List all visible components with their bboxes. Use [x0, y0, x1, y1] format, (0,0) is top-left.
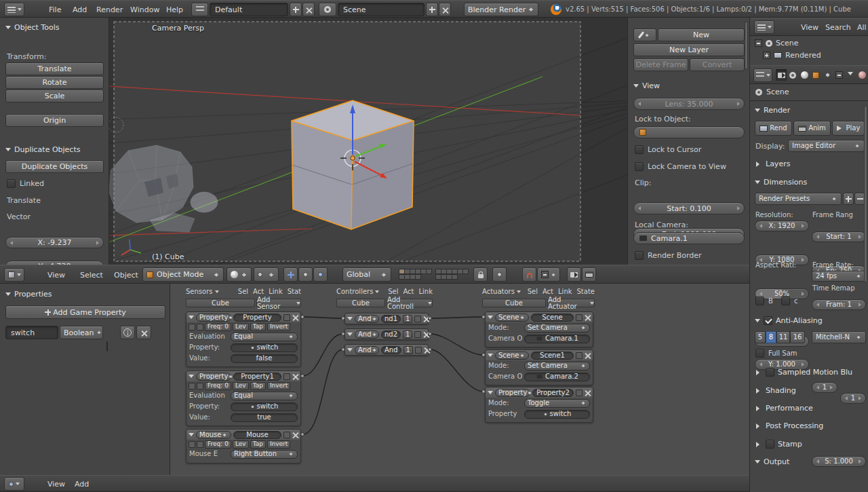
properties-scrollbar[interactable]	[864, 106, 867, 282]
lock-to-cursor-checkbox[interactable]: Lock to Cursor	[635, 145, 701, 154]
menu-render[interactable]: Render	[96, 6, 123, 14]
menu-file[interactable]: File	[49, 6, 61, 14]
mode-select[interactable]: Toggle	[524, 399, 590, 408]
editor-type-button-info[interactable]	[4, 3, 24, 16]
pulse-false-icon[interactable]	[197, 383, 203, 390]
delete-frame-button[interactable]: Delete Frame	[633, 58, 688, 71]
outliner-menu-search[interactable]: Search	[825, 24, 851, 31]
controller-block-and1[interactable]: And nd1 1	[344, 313, 429, 324]
pin-icon[interactable]	[576, 390, 583, 396]
pin-icon[interactable]	[576, 314, 583, 321]
delete-controller-button[interactable]	[423, 316, 426, 322]
delete-actuator-button[interactable]	[585, 352, 591, 358]
add-game-property-button[interactable]: Add Game Property	[5, 305, 165, 319]
remap-old-field[interactable]: 1	[812, 382, 837, 393]
display-select[interactable]: Image Editor	[788, 140, 865, 152]
tab-constraints[interactable]	[822, 69, 833, 81]
mouse-event-select[interactable]: Right Button	[231, 450, 298, 459]
proportional-edit-toggle[interactable]	[492, 267, 507, 282]
grease-pencil-brush-button[interactable]	[633, 29, 656, 41]
add-controller-button[interactable]: Add Controll	[387, 299, 433, 307]
mode-select[interactable]: Set Camera	[524, 362, 590, 371]
sensors-link-toggle[interactable]: Link	[269, 288, 282, 295]
controllers-sel-toggle[interactable]: Sel	[388, 288, 398, 295]
delete-actuator-button[interactable]	[585, 390, 591, 396]
convert-button[interactable]: Convert	[690, 58, 745, 71]
delete-sensor-button[interactable]	[292, 314, 298, 320]
linked-checkbox[interactable]: Linked	[7, 179, 44, 188]
collapse-icon[interactable]	[189, 433, 194, 439]
scene-browse-button[interactable]	[319, 3, 336, 16]
sensor-name-field[interactable]: Property	[233, 314, 281, 322]
pin-icon[interactable]	[283, 373, 290, 380]
sensors-owner-button[interactable]: Cube	[186, 299, 255, 307]
actuators-owner-button[interactable]: Cube	[482, 299, 546, 307]
collapse-box-icon[interactable]	[755, 39, 762, 47]
property-debug-button[interactable]	[120, 326, 135, 339]
actuator-type-menu[interactable]: Scene	[495, 314, 529, 322]
view3d-menu-object[interactable]: Object	[114, 271, 138, 279]
properties-panel-header[interactable]: Properties	[0, 284, 170, 299]
shading-panel-header[interactable]: Shading	[755, 387, 796, 394]
delete-controller-button[interactable]	[423, 331, 426, 337]
expand-box-icon[interactable]	[763, 52, 770, 59]
tab-data[interactable]	[845, 69, 856, 81]
add-sensor-button[interactable]: Add Sensor	[256, 299, 301, 307]
tap-toggle[interactable]: Tap	[250, 323, 266, 331]
delete-screen-button[interactable]	[302, 3, 315, 16]
object-tools-panel-header[interactable]: Object Tools	[0, 18, 108, 32]
lens-field[interactable]: Lens: 35.000	[633, 98, 745, 110]
local-camera-field[interactable]: Camara.1	[633, 232, 745, 244]
layer-cell[interactable]	[399, 269, 405, 274]
level-toggle[interactable]: Lev	[233, 382, 249, 390]
add-scene-button[interactable]	[426, 3, 438, 16]
delete-sensor-button[interactable]	[292, 432, 298, 438]
view3d-menu-select[interactable]: Select	[80, 271, 103, 279]
editor-type-button-outliner[interactable]	[754, 20, 774, 34]
aa-filter-size-field[interactable]: S: 1.000	[812, 456, 866, 467]
render-anim-button[interactable]: Anim	[793, 121, 831, 136]
delete-scene-button[interactable]	[439, 3, 451, 16]
render-panel-header[interactable]: Render	[755, 106, 790, 115]
sensor-block-property1[interactable]: Property Property1 Freq: 0 Lev Tap Inver…	[186, 371, 301, 426]
manipulator-toggle[interactable]	[283, 267, 298, 282]
aa-samples-5[interactable]: 5	[755, 331, 766, 343]
sensor-type-menu[interactable]: Mouse	[196, 431, 231, 439]
view-panel-header[interactable]: View	[633, 81, 660, 90]
actuators-link-toggle[interactable]: Link	[558, 288, 572, 295]
invert-toggle[interactable]: Invert	[267, 440, 290, 449]
sensor-type-menu[interactable]: Property	[196, 373, 231, 381]
controller-type-menu[interactable]: And	[355, 330, 379, 339]
tab-material[interactable]	[856, 69, 867, 81]
actuator-type-menu[interactable]: Property	[495, 389, 530, 397]
editor-type-button-logic[interactable]	[4, 477, 24, 491]
actuator-name-field[interactable]: Scene	[531, 314, 574, 322]
collapse-icon[interactable]	[347, 317, 353, 323]
actuators-act-toggle[interactable]: Act	[542, 288, 553, 295]
controllers-filter-menu[interactable]: Controllers	[336, 288, 379, 295]
editor-type-button-properties[interactable]	[753, 69, 772, 82]
delete-controller-button[interactable]	[424, 347, 426, 353]
snap-toggle[interactable]	[522, 267, 536, 282]
sampled-motion-blur-header[interactable]: Sampled Motion Blu	[755, 368, 852, 377]
performance-panel-header[interactable]: Performance	[755, 404, 813, 412]
post-processing-panel-header[interactable]: Post Processing	[755, 422, 823, 430]
outliner-menu-view[interactable]: View	[801, 24, 818, 31]
translate-button[interactable]: Translate	[5, 62, 104, 75]
opengl-render-button[interactable]	[567, 267, 581, 282]
invert-toggle[interactable]: Invert	[267, 323, 290, 331]
stamp-checkbox[interactable]	[766, 440, 774, 449]
duplicate-objects-button[interactable]: Duplicate Objects	[5, 160, 104, 173]
evaluation-select[interactable]: Equal	[231, 333, 298, 341]
screen-layout-field[interactable]: Default	[210, 3, 288, 16]
antialiasing-checkbox[interactable]	[764, 316, 772, 325]
pulse-false-icon[interactable]	[197, 441, 203, 448]
actuator-type-menu[interactable]: Scene	[495, 352, 529, 360]
lock-camera-checkbox[interactable]: Lock Camera to View	[635, 162, 726, 171]
remap-new-field[interactable]: 1	[840, 393, 866, 404]
sensor-name-field[interactable]: Mouse	[233, 431, 281, 439]
sensors-filter-menu[interactable]: Sensors	[186, 288, 219, 295]
dimensions-panel-header[interactable]: Dimensions	[755, 178, 807, 187]
state-button[interactable]: 1	[403, 315, 412, 323]
viewport-3d[interactable]: Camera Persp (1) Cube	[109, 18, 627, 265]
